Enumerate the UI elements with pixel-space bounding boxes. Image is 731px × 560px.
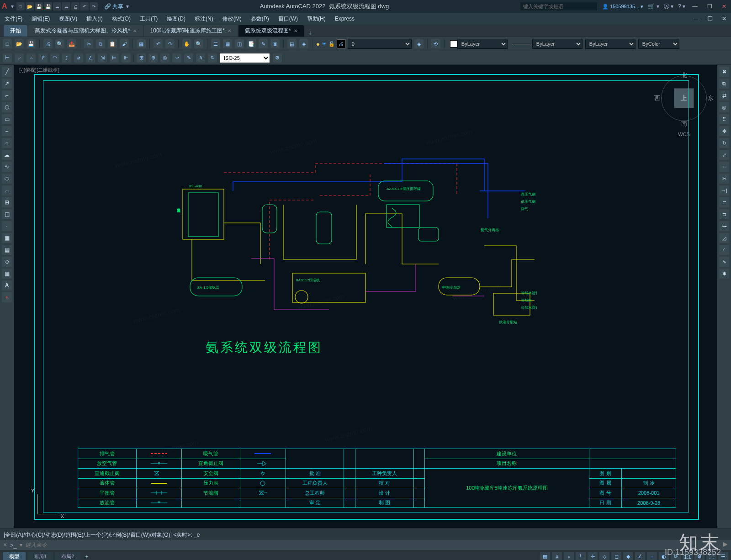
help-icon[interactable]: ? ▾ [678,3,685,10]
layer-state-icon[interactable]: ◈ [299,39,308,48]
point-icon[interactable]: · [2,221,12,231]
save-drawing-icon[interactable]: 💾 [26,39,36,48]
calc-icon[interactable]: 🖩 [270,39,280,48]
layer-iso-icon[interactable]: ◈ [414,39,424,48]
menu-draw[interactable]: 绘图(D) [162,13,190,25]
menu-tools[interactable]: 工具(T) [135,13,162,25]
mirror-icon[interactable]: ⇄ [719,90,729,100]
dimupdate-icon[interactable]: ↻ [208,53,217,63]
markup-icon[interactable]: ✎ [259,39,268,48]
saveas-icon[interactable]: 💾 [44,2,52,11]
file-tab[interactable]: 100吨冷藏库5吨速冻库施工图*✕ [144,25,238,37]
polar-icon[interactable]: ✛ [588,552,598,560]
copy-object-icon[interactable]: ⧉ [719,79,729,89]
blend-icon[interactable]: ∿ [719,257,729,267]
doc-restore-icon[interactable]: ❐ [703,13,717,25]
fullscreen-icon[interactable]: ⛶ [706,552,716,560]
model-tab[interactable]: 模型 [3,552,26,560]
webopen-icon[interactable]: ☁ [53,2,61,11]
snap-icon[interactable]: ▫ [564,552,574,560]
menu-dimension[interactable]: 标注(N) [190,13,218,25]
tab-close-icon[interactable]: ✕ [294,28,297,33]
scale-icon[interactable]: ⤢ [719,150,729,160]
websave-icon[interactable]: ☁ [62,2,70,11]
search-input[interactable] [520,2,598,11]
command-close-icon[interactable]: ✕ [3,542,7,548]
menu-modify[interactable]: 修改(M) [218,13,246,25]
otrack-icon[interactable]: ∠ [635,552,645,560]
gear-icon[interactable]: ⚙ [694,552,705,560]
trim-icon[interactable]: ✂ [719,174,729,184]
layout2-tab[interactable]: 布局2 [55,552,80,560]
command-dropdown-icon[interactable]: ▾ [20,542,22,548]
plotstyle-dropdown[interactable]: ByColor [638,39,679,49]
undo-icon[interactable]: ↶ [154,39,163,48]
stretch-icon[interactable]: ↔ [719,162,729,172]
dim-ordinate-icon[interactable]: ↱ [38,53,48,63]
viewport-label[interactable]: [-][俯视][二维线框] [19,67,59,74]
rotate-icon[interactable]: ↻ [719,138,729,148]
dim-baseline-icon[interactable]: ⊨ [110,53,119,63]
matchprop-icon[interactable]: 🖌 [120,39,129,48]
command-input[interactable] [25,542,720,548]
menu-help[interactable]: 帮助(H) [302,13,330,25]
gradient-icon[interactable]: ▤ [2,245,12,255]
layout1-tab[interactable]: 布局1 [27,552,53,560]
plot-icon[interactable]: 🖨 [71,2,79,11]
app-menu-icon[interactable]: ▾ [11,3,14,10]
redo-icon[interactable]: ↷ [90,2,98,11]
copy-icon[interactable]: ⧉ [96,39,105,48]
insert-block-icon[interactable]: ⊞ [2,197,12,207]
circle-icon[interactable]: ○ [2,138,12,148]
layer-manager-icon[interactable]: ▤ [287,39,297,48]
undo-icon[interactable]: ↶ [80,2,89,11]
ortho-icon[interactable]: └ [576,552,586,560]
ellipse-icon[interactable]: ⬭ [2,174,12,184]
modelspace-icon[interactable]: ▦ [540,552,550,560]
lwt-icon[interactable]: ≡ [647,552,657,560]
table-icon[interactable]: ▦ [2,269,12,279]
move-icon[interactable]: ✥ [719,126,729,136]
maximize-icon[interactable]: ❐ [705,2,715,11]
dimstyle-dropdown[interactable]: ISO-25 [220,53,270,63]
transparency-icon[interactable]: ◐ [659,552,669,560]
menu-file[interactable]: 文件(F) [0,13,27,25]
dim-continue-icon[interactable]: ⊩ [122,53,131,63]
customize-status-icon[interactable]: ☰ [718,552,728,560]
open-drawing-icon[interactable]: 📂 [15,39,24,48]
minimize-icon[interactable]: — [690,2,700,11]
dim-arc-icon[interactable]: ⌢ [26,53,36,63]
cart-icon[interactable]: 🛒 ▾ [648,3,659,10]
doc-minimize-icon[interactable]: — [689,13,703,25]
print-icon[interactable]: 🖨 [43,39,53,48]
close-icon[interactable]: ✕ [719,2,729,11]
save-icon[interactable]: 💾 [35,2,43,11]
block-editor-icon[interactable]: ▦ [137,39,146,48]
fillet-icon[interactable]: ◜ [719,245,729,255]
autodesk-app-icon[interactable]: Ⓐ ▾ [664,3,673,11]
color-dropdown[interactable]: ByLayer [448,39,508,49]
line-icon[interactable]: ╱ [2,67,12,77]
tab-start[interactable]: 开始 [4,25,27,37]
array-icon[interactable]: ⠿ [719,114,729,124]
tolerance-icon[interactable]: ⊞ [137,53,146,63]
addselected-icon[interactable]: + [2,292,12,302]
join-icon[interactable]: ⊶ [719,221,729,231]
viewcube-east[interactable]: 东 [708,94,714,102]
dim-radius-icon[interactable]: ◠ [50,53,59,63]
rectangle-icon[interactable]: ▭ [2,114,12,124]
designcenter-icon[interactable]: ▦ [223,39,232,48]
arc-icon[interactable]: ⌢ [2,126,12,136]
menu-param[interactable]: 参数(P) [246,13,274,25]
polygon-icon[interactable]: ⬡ [2,102,12,112]
break2-icon[interactable]: ⊐ [719,209,729,219]
dim-linear-icon[interactable]: ⊢ [3,53,12,63]
file-tab[interactable]: 蒸发式冷凝器与压缩机大样图、冷风机*✕ [28,25,143,37]
open-icon[interactable]: 📂 [26,2,34,11]
publish-icon[interactable]: 📤 [67,39,76,48]
grid-icon[interactable]: # [552,552,562,560]
dimstyle-manager-icon[interactable]: ⚙ [273,53,282,63]
isodraft-icon[interactable]: ◇ [599,552,609,560]
preview-icon[interactable]: 🔍 [55,39,64,48]
make-block-icon[interactable]: ◫ [2,209,12,219]
